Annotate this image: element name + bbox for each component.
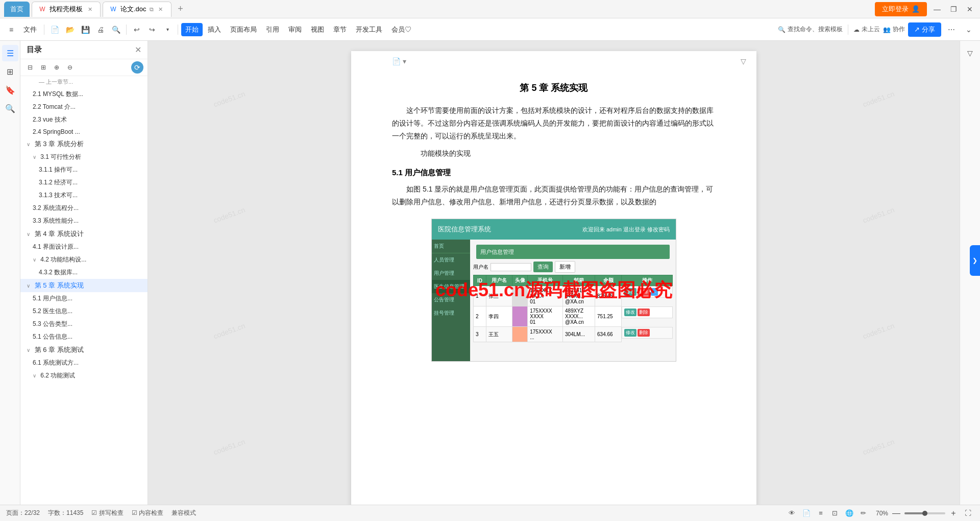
view-menu[interactable]: 视图 xyxy=(307,23,328,36)
cloud-icon: ☁ xyxy=(853,26,860,33)
toc-item-3-3[interactable]: 3.3 系统性能分... xyxy=(20,215,148,227)
undo-icon[interactable]: ↩ xyxy=(130,22,144,37)
devtools-menu[interactable]: 开发工具 xyxy=(352,23,386,36)
web-view-icon[interactable]: 🌐 xyxy=(843,507,855,519)
search-commands[interactable]: 🔍 查找命令、搜索模板 xyxy=(778,25,843,34)
thesis-tab[interactable]: W 论文.doc ⧉ ✕ xyxy=(103,2,172,17)
share-label: 分享 xyxy=(922,25,935,34)
watermark-6: code51.cn xyxy=(148,132,325,297)
new-tab-button[interactable]: + xyxy=(174,2,188,16)
list-view-icon[interactable]: ≡ xyxy=(815,507,827,519)
undo-more-icon[interactable]: ▾ xyxy=(160,22,175,37)
toc-item-3-1-1[interactable]: 3.1.1 操作可... xyxy=(20,163,148,176)
toc-item-4-3-2[interactable]: 4.3.2 数据库... xyxy=(20,266,148,279)
toc-item-6-1[interactable]: 6.1 系统测试方... xyxy=(20,357,148,369)
cloud-status-btn[interactable]: ☁ 未上云 xyxy=(853,25,880,34)
close-button[interactable]: ✕ xyxy=(964,3,976,15)
member-menu[interactable]: 会员♡ xyxy=(387,23,415,36)
content-area: code51.cn code51.cn code51.cn code51.cn … xyxy=(148,41,960,505)
layout-menu[interactable]: 页面布局 xyxy=(226,23,261,36)
page-view-icon[interactable]: 📄 xyxy=(800,507,813,519)
doc-para-1: 这个环节需要使用前面的设计方案，包括对系统模块的设计，还有对程序后台的数据支持的… xyxy=(392,104,716,143)
chapter-title: 第 5 章 系统实现 xyxy=(392,82,716,94)
home-tab[interactable]: 首页 xyxy=(4,2,30,17)
toc-item[interactable]: — 上一章节... xyxy=(20,76,148,88)
fullscreen-icon[interactable]: ⛶ xyxy=(962,507,974,519)
start-menu[interactable]: 开始 xyxy=(181,23,203,36)
review-menu[interactable]: 审阅 xyxy=(284,23,306,36)
toc-item-3-1-3[interactable]: 3.1.3 技术可... xyxy=(20,189,148,202)
add-heading-btn[interactable]: ⊕ xyxy=(51,62,62,73)
zoom-slider[interactable] xyxy=(904,512,945,514)
toc-item-5-3[interactable]: 5.3 公告类型... xyxy=(20,318,148,330)
new-file-icon[interactable]: 📄 xyxy=(47,22,62,37)
annotate-icon[interactable]: ✏ xyxy=(857,507,870,519)
toc-item-5-1[interactable]: 5.1 用户信息... xyxy=(20,292,148,305)
toc-item-2-2[interactable]: 2.2 Tomcat 介... xyxy=(20,101,148,113)
toc-item-6-2[interactable]: ∨ 6.2 功能测试 xyxy=(20,369,148,382)
toc-icon[interactable]: ☰ xyxy=(2,45,18,61)
open-file-icon[interactable]: 📂 xyxy=(63,22,77,37)
chapter-menu[interactable]: 章节 xyxy=(329,23,351,36)
bookmark-icon[interactable]: 🔖 xyxy=(2,82,18,98)
page-status: 页面：22/32 xyxy=(6,509,40,517)
toc-item-2-3[interactable]: 2.3 vue 技术 xyxy=(20,113,148,126)
history-icon-group: ↩ ↪ ▾ xyxy=(130,22,175,37)
print-icon[interactable]: 🖨 xyxy=(93,22,108,37)
toc-item-ch4[interactable]: ∨ 第 4 章 系统设计 xyxy=(20,227,148,241)
expand-icon[interactable]: ⌄ xyxy=(962,22,976,37)
image-overlay-watermark: code51.cn源码截图盗图必究 xyxy=(432,219,676,361)
wps-icon: W xyxy=(38,5,46,13)
doc-icon: W xyxy=(109,5,117,13)
doc-para-2: 功能模块的实现 xyxy=(392,147,716,160)
minimize-button[interactable]: — xyxy=(931,3,943,15)
toc-item-4-1[interactable]: 4.1 界面设计原... xyxy=(20,241,148,253)
nav-indicator: ⟳ xyxy=(131,61,143,74)
right-panel-filter-btn[interactable]: ▽ xyxy=(962,45,978,61)
toc-item-3-1[interactable]: ∨ 3.1 可行性分析 xyxy=(20,151,148,163)
watermark-5: code51.cn xyxy=(782,41,960,181)
file-menu[interactable]: 文件 xyxy=(19,23,41,36)
watermark-16: code51.cn xyxy=(148,364,325,505)
filter-icon[interactable]: ▽ xyxy=(741,57,746,65)
right-expand-btn[interactable]: ❯ xyxy=(970,245,980,276)
menu-icon[interactable]: ≡ xyxy=(4,22,18,37)
collapse-all-btn[interactable]: ⊟ xyxy=(24,62,36,73)
preview-icon[interactable]: 🔍 xyxy=(109,22,123,37)
split-view-icon[interactable]: ⊡ xyxy=(829,507,841,519)
toc-item-3-1-2[interactable]: 3.1.2 经济可... xyxy=(20,176,148,189)
zoom-out-btn[interactable]: — xyxy=(891,508,901,518)
share-button[interactable]: ↗ 分享 xyxy=(908,22,941,37)
redo-icon[interactable]: ↪ xyxy=(145,22,159,37)
spell-check-status[interactable]: ☑ 拼写检查 xyxy=(91,509,123,517)
toc-item-5-2[interactable]: 5.2 医生信息... xyxy=(20,305,148,318)
toc-item-ch6[interactable]: ∨ 第 6 章 系统测试 xyxy=(20,343,148,357)
collab-btn[interactable]: 👥 协作 xyxy=(883,25,905,34)
save-icon[interactable]: 💾 xyxy=(78,22,92,37)
toc-item-2-1[interactable]: 2.1 MYSQL 数据... xyxy=(20,88,148,101)
content-check-status[interactable]: ☑ 内容检查 xyxy=(132,509,163,517)
wps-tab[interactable]: W 找程壳模板 ✕ xyxy=(32,2,101,17)
login-button[interactable]: 立即登录 👤 xyxy=(875,2,927,16)
insert-menu[interactable]: 插入 xyxy=(204,23,225,36)
toc-item-2-4[interactable]: 2.4 SpringBoot ... xyxy=(20,126,148,137)
toc-item-3-2[interactable]: 3.2 系统流程分... xyxy=(20,202,148,215)
remove-heading-btn[interactable]: ⊖ xyxy=(64,62,76,73)
expand-all-btn[interactable]: ⊞ xyxy=(38,62,49,73)
references-menu[interactable]: 引用 xyxy=(262,23,283,36)
toc-item-4-2[interactable]: ∨ 4.2 功能结构设... xyxy=(20,253,148,266)
toc-item-ch5[interactable]: ∨ 第 5 章 系统实现 xyxy=(20,279,148,292)
restore-button[interactable]: ❐ xyxy=(947,3,960,15)
zoom-in-btn[interactable]: + xyxy=(948,508,959,518)
wps-tab-close[interactable]: ✕ xyxy=(86,5,94,13)
toc-item-ch3[interactable]: ∨ 第 3 章 系统分析 xyxy=(20,137,148,151)
toc-close-btn[interactable]: ✕ xyxy=(135,45,141,55)
read-view-icon[interactable]: 👁 xyxy=(786,507,798,519)
outline-icon[interactable]: ⊞ xyxy=(2,63,18,80)
collab-label: 协作 xyxy=(893,25,905,34)
doc-para-3: 如图 5.1 显示的就是用户信息管理页面，此页面提供给管理员的功能有：用户信息的… xyxy=(392,183,716,208)
toc-item-5-1b[interactable]: 5.1 公告信息... xyxy=(20,330,148,343)
find-icon[interactable]: 🔍 xyxy=(2,100,18,116)
more-options-icon[interactable]: ⋯ xyxy=(944,22,959,37)
thesis-tab-close[interactable]: ✕ xyxy=(157,5,165,13)
